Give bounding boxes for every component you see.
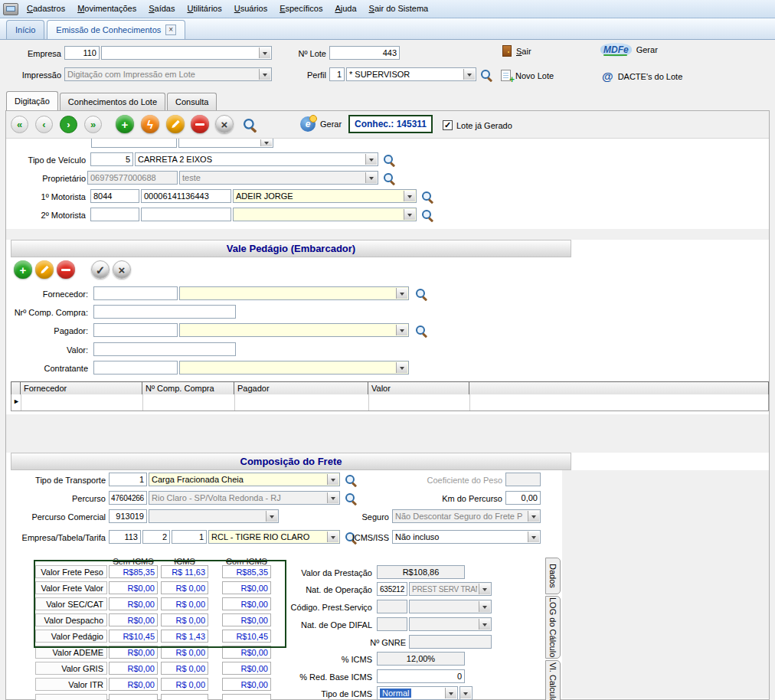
motorista2-code-field[interactable]	[90, 208, 139, 221]
menu-item-sair-do-sistema[interactable]: Sair do Sistema	[363, 0, 435, 18]
menu-item-ajuda[interactable]: Ajuda	[329, 0, 362, 18]
empresa-combo[interactable]	[101, 46, 272, 60]
grid-header-fornecedor[interactable]: Fornecedor	[20, 381, 142, 395]
pedagio-sem-icms-cell[interactable]: R$10,45	[109, 630, 158, 643]
nat-operacao-code-field[interactable]: 635212	[377, 582, 407, 596]
tipo-transporte-search-icon[interactable]	[345, 474, 357, 486]
ademe-icms-cell[interactable]: R$ 0,00	[161, 646, 208, 659]
motorista2-doc-field[interactable]	[141, 208, 231, 221]
tab-conhecimentos-do-lote[interactable]: Conhecimentos do Lote	[60, 93, 165, 110]
gris-sem-icms-cell[interactable]: R$0,00	[109, 662, 158, 675]
nav-prev-button[interactable]: ‹	[35, 116, 53, 133]
sec-cat-com-icms-cell[interactable]: R$0,00	[222, 597, 271, 610]
clipped-cell[interactable]	[161, 694, 208, 700]
side-tab-log-calculo[interactable]: LOG do Cálculo	[545, 596, 561, 659]
side-tab-dados[interactable]: Dados	[545, 558, 561, 594]
tab-inicio[interactable]: Início	[6, 20, 44, 39]
grid-header-comp-compra[interactable]: Nº Comp. Compra	[142, 381, 234, 395]
sec-cat-icms-cell[interactable]: R$ 0,00	[161, 597, 208, 610]
tab-consulta[interactable]: Consulta	[167, 93, 217, 110]
ademe-sem-icms-cell[interactable]: R$0,00	[109, 646, 158, 659]
percurso-code-field[interactable]: 47604266	[109, 491, 147, 505]
pedagio-icms-cell[interactable]: R$ 1,43	[161, 630, 208, 643]
vp-remove-button[interactable]	[57, 260, 75, 279]
menu-item-saidas[interactable]: Saídas	[142, 0, 181, 18]
nav-next-button[interactable]: ›	[60, 116, 77, 133]
pagador-code-field[interactable]	[93, 323, 178, 337]
tab-digitacao[interactable]: Digitação	[6, 91, 58, 110]
despacho-sem-icms-cell[interactable]: R$0,00	[109, 613, 158, 626]
motorista1-search-icon[interactable]	[421, 191, 433, 203]
seguro-combo[interactable]: Não Descontar Seguro do Frete P	[392, 509, 541, 523]
motorista1-code-field[interactable]: 8044	[90, 189, 139, 203]
tarifa-combo[interactable]: RCL - TIGRE RIO CLARO	[208, 530, 340, 544]
add-button[interactable]: +	[116, 115, 134, 133]
edit-button[interactable]	[166, 115, 185, 133]
clipped-field[interactable]	[91, 139, 177, 148]
grid-body[interactable]: ►	[11, 394, 769, 411]
frete-valor-sem-icms-cell[interactable]: R$0,00	[109, 581, 158, 594]
contratante-combo[interactable]	[179, 361, 409, 375]
frete-peso-sem-icms-cell[interactable]: R$85,35	[109, 565, 158, 578]
icms-iss-combo[interactable]: Não incluso	[392, 530, 541, 544]
nav-last-button[interactable]: »	[84, 116, 102, 133]
grid-header-valor[interactable]: Valor	[368, 381, 469, 395]
proprietario-search-icon[interactable]	[383, 172, 395, 185]
search-button[interactable]	[243, 118, 257, 132]
itr-com-icms-cell[interactable]: R$0,00	[222, 678, 271, 691]
percurso-comercial-field[interactable]: 913019	[109, 509, 147, 523]
pedagio-com-icms-cell[interactable]: R$10,45	[222, 630, 271, 643]
vp-edit-button[interactable]	[35, 260, 54, 279]
gerar-mdfe-button[interactable]: MDFe Gerar	[600, 43, 658, 57]
side-tab-vl-calcula[interactable]: Vl. Calcula	[545, 660, 561, 700]
tab-emissao-conhecimentos[interactable]: Emissão de Conhecimentos ×	[47, 20, 185, 39]
tipo-transporte-code-field[interactable]: 1	[109, 473, 147, 486]
km-percurso-field[interactable]: 0,00	[505, 491, 541, 505]
pagador-search-icon[interactable]	[415, 325, 427, 337]
gris-com-icms-cell[interactable]: R$0,00	[222, 662, 271, 675]
frete-peso-icms-cell[interactable]: R$ 11,63	[161, 565, 208, 578]
clipped-cell[interactable]	[109, 694, 158, 700]
despacho-com-icms-cell[interactable]: R$0,00	[222, 613, 271, 626]
perfil-num-field[interactable]: 1	[329, 67, 345, 81]
tarifa-num-field[interactable]: 1	[172, 530, 207, 544]
fornecedor-code-field[interactable]	[93, 286, 178, 300]
dactes-do-lote-button[interactable]: @ DACTE's do Lote	[602, 70, 682, 82]
motorista1-doc-field[interactable]: 00006141136443	[141, 189, 231, 203]
menu-item-cadastros[interactable]: Cadastros	[21, 0, 71, 18]
gris-icms-cell[interactable]: R$ 0,00	[161, 662, 208, 675]
menu-item-especificos[interactable]: Específicos	[273, 0, 329, 18]
conhec-field[interactable]: Conhec.: 145311	[348, 115, 433, 133]
tipo-veiculo-combo[interactable]: CARRETA 2 EIXOS	[135, 152, 378, 166]
remove-button[interactable]	[191, 115, 209, 133]
pagador-combo[interactable]	[179, 323, 409, 337]
frete-valor-icms-cell[interactable]: R$ 0,00	[161, 581, 208, 594]
cancel-button[interactable]: ×	[215, 115, 234, 133]
percurso-search-icon[interactable]	[345, 492, 357, 505]
frete-peso-com-icms-cell[interactable]: R$85,35	[222, 565, 271, 578]
tarifa-tabela-field[interactable]: 2	[142, 530, 170, 544]
empresa-field[interactable]: 110	[64, 46, 100, 60]
tab-close-icon[interactable]: ×	[165, 25, 176, 35]
contratante-code-field[interactable]	[93, 361, 178, 375]
motorista1-combo[interactable]: ADEIR JORGE	[233, 189, 417, 203]
vp-cancel-button[interactable]: ×	[113, 260, 131, 279]
novo-lote-button[interactable]: + Novo Lote	[501, 70, 554, 81]
nav-first-button[interactable]: «	[11, 116, 28, 133]
valor-field[interactable]	[93, 342, 236, 356]
motorista2-search-icon[interactable]	[421, 209, 433, 221]
menu-item-movimentacoes[interactable]: Movimentações	[71, 0, 142, 18]
vp-add-button[interactable]: +	[14, 260, 32, 279]
red-base-icms-field[interactable]: 0	[377, 669, 465, 683]
menu-item-usuarios[interactable]: Usuários	[228, 0, 273, 18]
tarifa-empresa-field[interactable]: 113	[109, 530, 141, 544]
quick-generate-button[interactable]: ϟ	[141, 115, 159, 133]
tipo-transporte-combo[interactable]: Carga Fracionada Cheia	[149, 473, 340, 486]
fornecedor-combo[interactable]	[179, 286, 409, 300]
motorista2-combo[interactable]	[233, 208, 417, 221]
clipped-combo[interactable]	[178, 139, 273, 148]
lote-gerado-checkbox[interactable]: ✓	[443, 120, 453, 130]
comp-compra-field[interactable]	[93, 305, 236, 319]
perfil-combo[interactable]: * SUPERVISOR	[346, 67, 476, 81]
ademe-com-icms-cell[interactable]: R$0,00	[222, 646, 271, 659]
